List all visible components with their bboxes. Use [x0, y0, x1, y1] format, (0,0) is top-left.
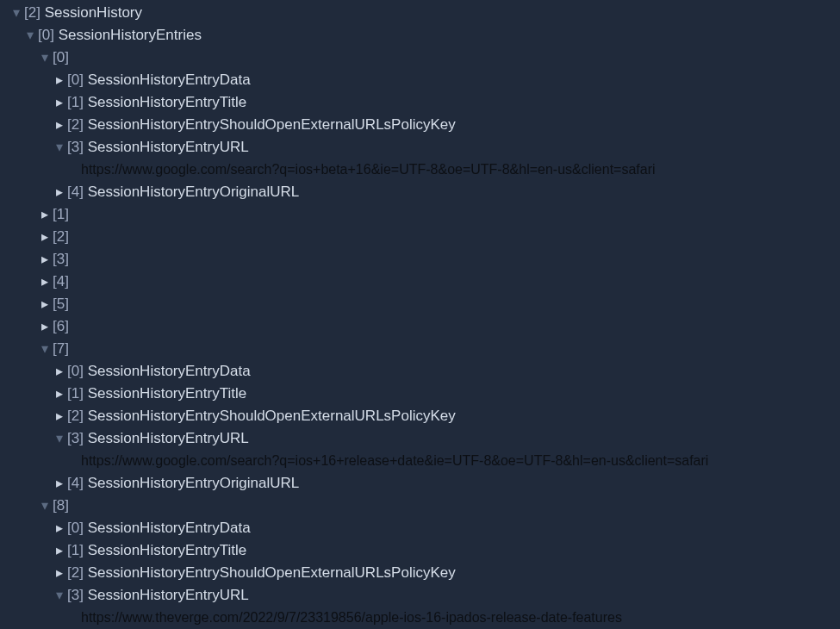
disclosure-collapsed-icon[interactable]: ▸ [52, 185, 67, 199]
disclosure-expanded-icon[interactable]: ▾ [37, 51, 53, 65]
node-index: [4] [67, 181, 84, 203]
node-key: SessionHistoryEntryTitle [88, 91, 247, 114]
disclosure-expanded-icon[interactable]: ▾ [52, 589, 67, 602]
node-key: SessionHistoryEntryShouldOpenExternalURL… [88, 114, 456, 136]
node-key: SessionHistoryEntryData [88, 360, 251, 383]
disclosure-expanded-icon[interactable]: ▾ [52, 140, 67, 154]
disclosure-collapsed-icon[interactable]: ▸ [37, 230, 53, 244]
entry-node-collapsed[interactable]: ▸ [1] [3, 203, 840, 226]
node-index: [4] [53, 271, 69, 293]
disclosure-collapsed-icon[interactable]: ▸ [52, 566, 67, 580]
node-key: SessionHistoryEntryOriginalURL [88, 181, 300, 203]
node-index: [2] [67, 114, 84, 136]
node-key: SessionHistoryEntryOriginalURL [88, 472, 300, 495]
node-index: [6] [53, 315, 69, 338]
entry-child[interactable]: ▸ [0] SessionHistoryEntryData [3, 360, 840, 383]
tree-view: ▾ [2] SessionHistory ▾ [0] SessionHistor… [0, 0, 840, 629]
entry-child[interactable]: ▸ [2] SessionHistoryEntryShouldOpenExter… [3, 405, 840, 427]
entry-child-url[interactable]: ▾ [3] SessionHistoryEntryURL [3, 427, 840, 450]
node-key: SessionHistoryEntryData [88, 517, 251, 539]
node-key: SessionHistoryEntryURL [88, 584, 249, 607]
entry-node-8[interactable]: ▾ [8] [3, 495, 840, 517]
disclosure-collapsed-icon[interactable]: ▸ [52, 73, 67, 87]
node-sessionhistory[interactable]: ▾ [2] SessionHistory [3, 2, 840, 24]
entry-node-collapsed[interactable]: ▸ [6] [3, 315, 840, 338]
disclosure-collapsed-icon[interactable]: ▸ [37, 275, 53, 289]
url-value: https://www.google.com/search?q=ios+beta… [3, 159, 840, 181]
disclosure-collapsed-icon[interactable]: ▸ [52, 118, 67, 132]
entry-node-7[interactable]: ▾ [7] [3, 338, 840, 360]
disclosure-collapsed-icon[interactable]: ▸ [37, 252, 53, 266]
url-value: https://www.google.com/search?q=ios+16+r… [3, 450, 840, 472]
url-text: https://www.theverge.com/2022/9/7/233198… [81, 607, 622, 629]
entry-child[interactable]: ▸ [1] SessionHistoryEntryTitle [3, 383, 840, 405]
disclosure-expanded-icon[interactable]: ▾ [37, 499, 53, 513]
node-index: [7] [53, 338, 69, 360]
entry-node-collapsed[interactable]: ▸ [2] [3, 226, 840, 248]
entry-child-url[interactable]: ▾ [3] SessionHistoryEntryURL [3, 136, 840, 159]
node-key: SessionHistoryEntryURL [88, 136, 249, 159]
node-key: SessionHistoryEntryTitle [88, 539, 247, 562]
entry-node-collapsed[interactable]: ▸ [5] [3, 293, 840, 315]
entry-child[interactable]: ▸ [4] SessionHistoryEntryOriginalURL [3, 472, 840, 495]
disclosure-collapsed-icon[interactable]: ▸ [52, 409, 67, 423]
disclosure-collapsed-icon[interactable]: ▸ [52, 96, 67, 109]
entry-node-collapsed[interactable]: ▸ [4] [3, 271, 840, 293]
disclosure-collapsed-icon[interactable]: ▸ [37, 320, 53, 333]
disclosure-collapsed-icon[interactable]: ▸ [37, 208, 53, 221]
node-key: SessionHistoryEntryShouldOpenExternalURL… [88, 405, 456, 427]
node-key: SessionHistoryEntryData [88, 69, 251, 91]
node-key: SessionHistoryEntries [59, 24, 202, 47]
entry-child[interactable]: ▸ [1] SessionHistoryEntryTitle [3, 91, 840, 114]
node-index: [0] [67, 69, 84, 91]
node-index: [0] [67, 517, 84, 539]
node-index: [5] [53, 293, 69, 315]
entry-child[interactable]: ▸ [4] SessionHistoryEntryOriginalURL [3, 181, 840, 203]
node-index: [3] [67, 584, 84, 607]
entry-node-0[interactable]: ▾ [0] [3, 47, 840, 69]
node-index: [2] [67, 405, 84, 427]
disclosure-expanded-icon[interactable]: ▾ [9, 6, 24, 20]
disclosure-expanded-icon[interactable]: ▾ [52, 432, 67, 445]
node-index: [8] [53, 495, 69, 517]
entry-child[interactable]: ▸ [2] SessionHistoryEntryShouldOpenExter… [3, 114, 840, 136]
node-index: [2] [53, 226, 69, 248]
node-index: [2] [67, 562, 84, 584]
node-index: [1] [67, 383, 84, 405]
disclosure-expanded-icon[interactable]: ▾ [22, 28, 38, 42]
url-value: https://www.theverge.com/2022/9/7/233198… [3, 607, 840, 629]
entry-child-url[interactable]: ▾ [3] SessionHistoryEntryURL [3, 584, 840, 607]
node-index: [1] [67, 539, 84, 562]
node-index: [3] [53, 248, 69, 271]
entry-child[interactable]: ▸ [1] SessionHistoryEntryTitle [3, 539, 840, 562]
node-sessionhistoryentries[interactable]: ▾ [0] SessionHistoryEntries [3, 24, 840, 47]
disclosure-collapsed-icon[interactable]: ▸ [52, 476, 67, 490]
disclosure-collapsed-icon[interactable]: ▸ [52, 544, 67, 557]
node-index: [1] [67, 91, 84, 114]
entry-node-collapsed[interactable]: ▸ [3] [3, 248, 840, 271]
node-index: [2] [24, 2, 40, 24]
disclosure-expanded-icon[interactable]: ▾ [37, 342, 53, 356]
node-index: [0] [38, 24, 54, 47]
node-key: SessionHistoryEntryTitle [88, 383, 247, 405]
node-key: SessionHistory [45, 2, 142, 24]
node-key: SessionHistoryEntryURL [88, 427, 249, 450]
node-index: [1] [53, 203, 69, 226]
url-text: https://www.google.com/search?q=ios+16+r… [81, 450, 708, 472]
disclosure-collapsed-icon[interactable]: ▸ [52, 387, 67, 401]
entry-child[interactable]: ▸ [0] SessionHistoryEntryData [3, 69, 840, 91]
url-text: https://www.google.com/search?q=ios+beta… [81, 159, 656, 181]
disclosure-collapsed-icon[interactable]: ▸ [37, 297, 53, 311]
disclosure-collapsed-icon[interactable]: ▸ [52, 364, 67, 378]
node-index: [0] [67, 360, 84, 383]
node-index: [0] [53, 47, 69, 69]
node-key: SessionHistoryEntryShouldOpenExternalURL… [88, 562, 456, 584]
entry-child[interactable]: ▸ [0] SessionHistoryEntryData [3, 517, 840, 539]
node-index: [3] [67, 136, 84, 159]
entry-child[interactable]: ▸ [2] SessionHistoryEntryShouldOpenExter… [3, 562, 840, 584]
node-index: [4] [67, 472, 84, 495]
disclosure-collapsed-icon[interactable]: ▸ [52, 521, 67, 535]
node-index: [3] [67, 427, 84, 450]
